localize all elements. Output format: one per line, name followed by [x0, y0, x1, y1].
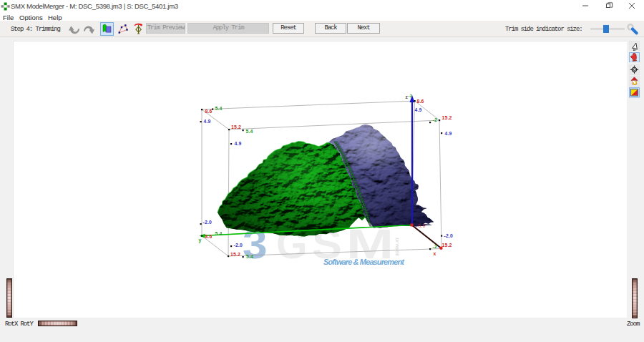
svg-text:8.6: 8.6 — [205, 234, 213, 239]
svg-text:4.9: 4.9 — [415, 107, 422, 112]
svg-text:y: y — [199, 238, 202, 243]
svg-text:8.6: 8.6 — [417, 99, 424, 104]
svg-text:5.4: 5.4 — [246, 254, 253, 259]
svg-text:8.6: 8.6 — [205, 109, 213, 114]
svg-text:-2.0: -2.0 — [234, 243, 243, 248]
svg-text:4.9: 4.9 — [445, 131, 452, 136]
svg-text:4.9: 4.9 — [204, 119, 211, 124]
svg-text:-2.0: -2.0 — [444, 233, 454, 238]
svg-text:4.9: 4.9 — [235, 141, 242, 146]
svg-text:15.2: 15.2 — [231, 124, 241, 130]
svg-text:15.2: 15.2 — [230, 252, 240, 257]
svg-text:15.2: 15.2 — [442, 243, 452, 248]
svg-text:15.2: 15.2 — [442, 115, 452, 120]
svg-text:Software & Measurement: Software & Measurement — [323, 258, 405, 266]
svg-text:5.4: 5.4 — [215, 106, 223, 111]
svg-text:5.4: 5.4 — [215, 231, 223, 236]
svg-text:-2: -2 — [409, 94, 413, 98]
svg-text:3GSM.AT: 3GSM.AT — [395, 237, 399, 256]
svg-text:8.6: 8.6 — [419, 223, 426, 228]
svg-text:x: x — [434, 251, 436, 256]
svg-text:-2: -2 — [433, 117, 437, 122]
svg-text:-2: -2 — [433, 244, 437, 249]
svg-text:5.4: 5.4 — [246, 129, 253, 134]
svg-text:-2.0: -2.0 — [203, 220, 213, 225]
